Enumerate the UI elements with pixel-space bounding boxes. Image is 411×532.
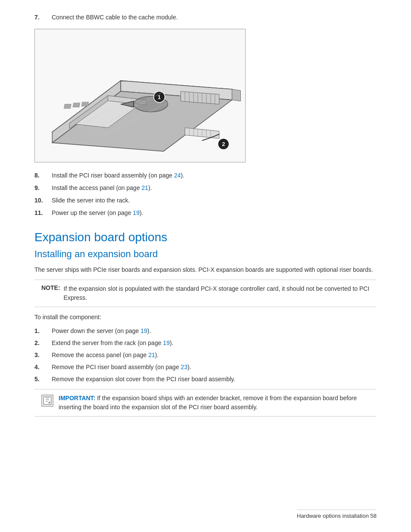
install-step-2: 2.Extend the server from the rack (on pa… bbox=[34, 339, 377, 348]
install-step-4: 4.Remove the PCI riser board assembly (o… bbox=[34, 363, 377, 372]
step-11-text: Power up the server (on page 19). bbox=[52, 208, 377, 218]
svg-text:2: 2 bbox=[222, 141, 225, 147]
step-8-num: 8. bbox=[34, 171, 52, 180]
svg-rect-32 bbox=[81, 102, 89, 106]
step-9-link[interactable]: 21 bbox=[142, 184, 149, 191]
step-11-num: 11. bbox=[34, 208, 52, 218]
important-content: IMPORTANT: If the expansion board ships … bbox=[59, 394, 370, 412]
important-text: If the expansion board ships with an ext… bbox=[59, 395, 357, 411]
diagram-svg: 1 2 bbox=[35, 29, 245, 162]
step-11-link[interactable]: 19 bbox=[133, 209, 140, 216]
important-icon bbox=[41, 395, 53, 407]
svg-rect-31 bbox=[73, 103, 80, 107]
important-box: IMPORTANT: If the expansion board ships … bbox=[34, 389, 377, 417]
svg-marker-33 bbox=[232, 89, 241, 101]
note-label: NOTE: bbox=[41, 284, 60, 302]
footer: Hardware options installation 58 bbox=[297, 510, 377, 519]
step-9-text: Install the access panel (on page 21). bbox=[52, 184, 377, 193]
install-step-3: 3.Remove the access panel (on page 21). bbox=[34, 351, 377, 360]
step-8: 8. Install the PCI riser board assembly … bbox=[34, 171, 377, 180]
step-9-num: 9. bbox=[34, 184, 52, 193]
footer-divider bbox=[297, 510, 377, 510]
install-step-5: 5.Remove the expansion slot cover from t… bbox=[34, 375, 377, 384]
step-11: 11. Power up the server (on page 19). bbox=[34, 208, 377, 218]
step-8-text: Install the PCI riser board assembly (on… bbox=[52, 171, 377, 180]
step-10-num: 10. bbox=[34, 196, 52, 205]
step-7-num: 7. bbox=[34, 13, 52, 22]
step-7: 7. Connect the BBWC cable to the cache m… bbox=[34, 13, 377, 22]
note-content: If the expansion slot is populated with … bbox=[64, 284, 370, 302]
install-steps-list: 1.Power down the server (on page 19).2.E… bbox=[34, 327, 377, 384]
page-content: 7. Connect the BBWC cable to the cache m… bbox=[0, 0, 411, 448]
step-8-link[interactable]: 24 bbox=[174, 172, 181, 179]
footer-text: Hardware options installation 58 bbox=[297, 513, 377, 519]
step-9: 9. Install the access panel (on page 21)… bbox=[34, 184, 377, 193]
pencil-icon bbox=[42, 395, 53, 406]
important-label: IMPORTANT: bbox=[59, 395, 95, 401]
intro-text: The server ships with PCIe riser boards … bbox=[34, 265, 377, 274]
step-10: 10. Slide the server into the rack. bbox=[34, 196, 377, 205]
step-7-text: Connect the BBWC cable to the cache modu… bbox=[52, 13, 377, 22]
svg-rect-30 bbox=[64, 104, 72, 109]
section-title: Expansion board options bbox=[34, 230, 377, 244]
note-box: NOTE: If the expansion slot is populated… bbox=[34, 280, 377, 307]
bbwc-diagram: 1 2 bbox=[34, 29, 246, 162]
sub-title: Installing an expansion board bbox=[34, 249, 377, 260]
install-step-1: 1.Power down the server (on page 19). bbox=[34, 327, 377, 336]
svg-text:1: 1 bbox=[158, 94, 161, 100]
step-10-text: Slide the server into the rack. bbox=[52, 196, 377, 205]
to-install-text: To install the component: bbox=[34, 312, 377, 322]
